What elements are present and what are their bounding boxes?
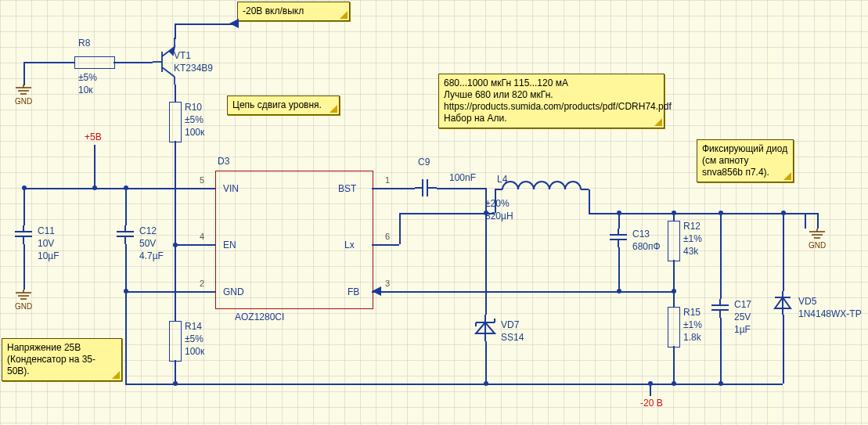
arrow-icon bbox=[229, 18, 240, 29]
pin-num: 6 bbox=[385, 232, 390, 241]
pin-label: FB bbox=[348, 286, 359, 297]
note-text: Цепь сдвига уровня. bbox=[232, 99, 322, 110]
note-text: 680...1000 мкГн 115...120 мА Лучше 680 и… bbox=[444, 77, 672, 124]
VD7-part: SS14 bbox=[501, 332, 524, 343]
wire bbox=[673, 346, 675, 384]
gnd-label: GND bbox=[15, 97, 32, 106]
R12-ref: R12 bbox=[683, 221, 701, 232]
cap-C11 bbox=[13, 225, 34, 244]
wire bbox=[175, 85, 176, 102]
D3-ref: D3 bbox=[218, 156, 229, 167]
wire bbox=[175, 23, 237, 25]
R14-tol: ±5% bbox=[185, 333, 203, 344]
diode-VD5 bbox=[772, 291, 794, 315]
wire bbox=[175, 245, 176, 321]
C11-ref: C11 bbox=[38, 225, 55, 236]
L4-tol: ±20% bbox=[485, 198, 510, 209]
net-plus5v: +5B bbox=[85, 131, 102, 142]
note-clamp-diode: Фиксирующий диод (см апноту snva856b п7.… bbox=[697, 139, 794, 182]
wire bbox=[372, 244, 399, 246]
wire bbox=[673, 260, 675, 291]
wire bbox=[783, 213, 784, 291]
gnd-label: GND bbox=[809, 241, 826, 250]
C11-vr: 10V bbox=[38, 238, 54, 249]
wire bbox=[175, 23, 176, 39]
resistor-R10 bbox=[169, 102, 182, 142]
cap-C17 bbox=[710, 299, 730, 318]
resistor-R8 bbox=[74, 56, 115, 69]
C13-val: 680пФ bbox=[632, 241, 661, 252]
wire bbox=[23, 244, 25, 290]
R10-ref: R10 bbox=[185, 102, 202, 113]
note-text: -20В вкл/выкл bbox=[243, 5, 304, 16]
R15-val: 1.8k bbox=[683, 332, 701, 343]
wire bbox=[125, 244, 127, 384]
C12-val: 4.7µF bbox=[139, 250, 164, 261]
wire bbox=[113, 62, 153, 63]
pin-label: GND bbox=[223, 286, 244, 297]
wire bbox=[94, 145, 95, 188]
junction bbox=[124, 289, 128, 294]
pin-num: 1 bbox=[385, 175, 390, 185]
wire bbox=[175, 244, 215, 246]
wire bbox=[805, 213, 817, 214]
wire bbox=[175, 141, 176, 244]
C17-vr: 25V bbox=[734, 312, 751, 322]
wire bbox=[720, 213, 722, 299]
wire bbox=[673, 291, 675, 307]
pin-num: 4 bbox=[200, 232, 204, 241]
diode-VD7 bbox=[473, 315, 498, 341]
wire bbox=[589, 189, 590, 213]
resistor-R14 bbox=[169, 321, 182, 362]
wire bbox=[125, 188, 127, 225]
VD5-ref: VD5 bbox=[798, 296, 816, 307]
wire bbox=[203, 188, 215, 189]
wire bbox=[23, 188, 205, 189]
wire bbox=[485, 341, 487, 384]
note-text: Напряжение 25В (Конденсатор на 35-50B). bbox=[7, 342, 95, 376]
wire bbox=[23, 188, 25, 225]
wire bbox=[372, 188, 415, 189]
wire bbox=[399, 213, 401, 244]
C12-ref: C12 bbox=[139, 225, 157, 236]
R12-val: 43k bbox=[683, 246, 698, 257]
wire bbox=[125, 384, 783, 385]
junction bbox=[173, 381, 178, 386]
R10-tol: ±5% bbox=[185, 114, 203, 125]
wire bbox=[372, 291, 673, 293]
D3-part: AOZ1280CI bbox=[235, 312, 284, 322]
wire bbox=[23, 62, 74, 63]
pin-num: 2 bbox=[200, 279, 204, 288]
resistor-R15 bbox=[668, 307, 680, 348]
inductor-L4 bbox=[495, 180, 589, 196]
gnd-label: GND bbox=[15, 302, 32, 311]
pin-label: EN bbox=[223, 240, 236, 250]
pin-label: BST bbox=[338, 183, 356, 194]
C13-ref: C13 bbox=[632, 229, 650, 240]
svg-marker-11 bbox=[229, 19, 239, 28]
transistor-VT1 bbox=[153, 38, 184, 85]
VT1-part: KT234B9 bbox=[174, 63, 213, 74]
R15-ref: R15 bbox=[683, 307, 701, 318]
wire bbox=[618, 247, 620, 291]
VD5-part: 1N4148WX-TP bbox=[798, 308, 862, 319]
note-inductor: 680...1000 мкГн 115...120 мА Лучше 680 и… bbox=[438, 74, 665, 128]
pin-num: 3 bbox=[385, 279, 390, 288]
C12-vr: 50V bbox=[139, 238, 156, 249]
C9-ref: C9 bbox=[418, 157, 430, 167]
VT1-ref: VT1 bbox=[174, 50, 191, 61]
junction bbox=[124, 185, 128, 190]
pin-num: 5 bbox=[200, 175, 204, 185]
pin-label: VIN bbox=[223, 183, 239, 194]
cap-C13 bbox=[608, 229, 628, 247]
resistor-R12 bbox=[668, 221, 680, 261]
wire bbox=[673, 213, 675, 221]
R15-tol: ±1% bbox=[683, 319, 702, 330]
junction bbox=[719, 381, 723, 386]
wire bbox=[125, 291, 215, 293]
note-input-flag: -20В вкл/выкл bbox=[237, 2, 350, 21]
junction bbox=[672, 381, 676, 386]
C17-val: 1µF bbox=[734, 324, 751, 335]
svg-line-7 bbox=[162, 67, 175, 77]
wire bbox=[399, 213, 495, 214]
